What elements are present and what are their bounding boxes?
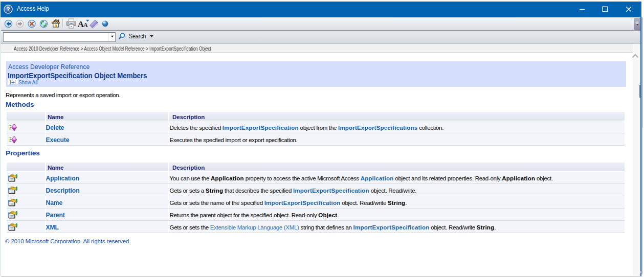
svg-text:?: ?	[7, 6, 10, 12]
svg-text:Search: Search	[129, 33, 146, 40]
svg-text:A: A	[83, 21, 88, 29]
